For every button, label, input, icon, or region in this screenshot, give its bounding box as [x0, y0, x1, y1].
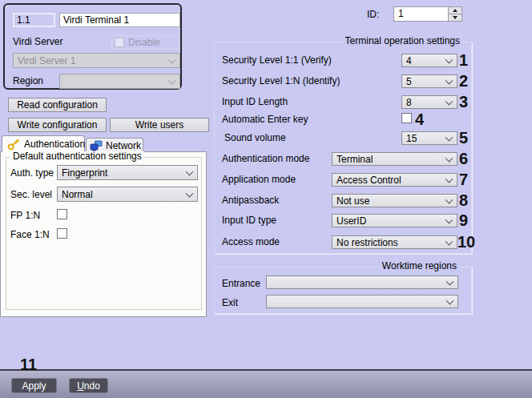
worktime-regions-title: Worktime regions: [380, 261, 459, 271]
read-configuration-button[interactable]: Read configuration: [8, 98, 107, 112]
spin-up-button[interactable]: [449, 7, 461, 14]
terminal-operation-settings-group: [214, 42, 472, 254]
write-configuration-button[interactable]: Write configuration: [8, 118, 107, 132]
undo-button[interactable]: Undo: [69, 378, 108, 393]
auth-type-value: Fingerprint: [62, 167, 107, 179]
disable-label: Disable: [128, 37, 160, 48]
virdi-server-label: Virdi Server: [13, 37, 62, 47]
key-icon: [7, 138, 20, 151]
region-label: Region: [13, 76, 43, 86]
id-spinner-buttons: [448, 7, 461, 21]
sec-level-value: Normal: [62, 189, 93, 200]
undo-button-label: Undo: [77, 380, 100, 392]
chevron-down-icon: [186, 167, 194, 175]
terminal-info-panel: 1.1 Virdi Terminal 1 Virdi Server Disabl…: [3, 3, 182, 90]
annotation-number: 10: [457, 233, 475, 251]
terminal-number-field[interactable]: 1.1: [13, 13, 55, 27]
auth-type-label: Auth. type: [10, 168, 54, 179]
tab-network-label: Network: [106, 140, 141, 151]
write-users-button[interactable]: Write users: [110, 118, 209, 132]
arrow-down-icon: [453, 16, 457, 19]
annotation-number: 3: [459, 93, 468, 111]
virdi-server-value: Virdi Server 1: [18, 55, 75, 66]
worktime-regions-group: [214, 267, 472, 314]
terminal-operation-settings-title: Terminal operation settings: [343, 36, 462, 46]
sec-level-select[interactable]: Normal: [57, 187, 198, 202]
fp-1n-checkbox[interactable]: [57, 209, 67, 219]
annotation-number: 4: [415, 111, 424, 128]
annotation-number: 6: [459, 150, 468, 167]
disable-checkbox-group: Disable: [111, 35, 179, 49]
arrow-up-icon: [453, 9, 457, 12]
disable-checkbox[interactable]: [115, 38, 124, 47]
auth-type-select[interactable]: Fingerprint: [57, 165, 198, 180]
id-label: ID:: [367, 10, 379, 20]
id-value[interactable]: 1: [398, 9, 404, 19]
face-1n-label: Face 1:N: [10, 230, 50, 240]
chevron-down-icon: [168, 76, 176, 84]
sec-level-label: Sec. level: [10, 190, 52, 200]
annotation-number: 11: [20, 356, 37, 373]
tab-authentication-label: Authentication: [24, 139, 85, 150]
annotation-number: 2: [459, 72, 468, 90]
region-select[interactable]: [59, 74, 180, 89]
chevron-down-icon: [186, 189, 194, 197]
fp-1n-label: FP 1:N: [10, 211, 40, 221]
spin-down-button[interactable]: [449, 14, 461, 21]
terminal-name-field[interactable]: Virdi Terminal 1: [59, 13, 180, 27]
terminal-settings-window: 1.1 Virdi Terminal 1 Virdi Server Disabl…: [0, 0, 532, 398]
chevron-down-icon: [168, 55, 176, 63]
annotation-number: 9: [459, 211, 468, 229]
apply-button-label: Apply: [22, 380, 46, 392]
annotation-number: 7: [459, 171, 468, 188]
virdi-server-select[interactable]: Virdi Server 1: [13, 53, 180, 68]
id-spinner[interactable]: 1: [393, 6, 462, 22]
apply-button[interactable]: Apply: [11, 378, 57, 393]
tab-authentication[interactable]: Authentication: [2, 135, 85, 152]
default-auth-settings-title: Default authentication settings: [10, 151, 144, 162]
annotation-number: 1: [459, 51, 468, 69]
annotation-number: 8: [459, 191, 468, 209]
face-1n-checkbox[interactable]: [57, 228, 67, 239]
annotation-number: 5: [459, 129, 468, 147]
